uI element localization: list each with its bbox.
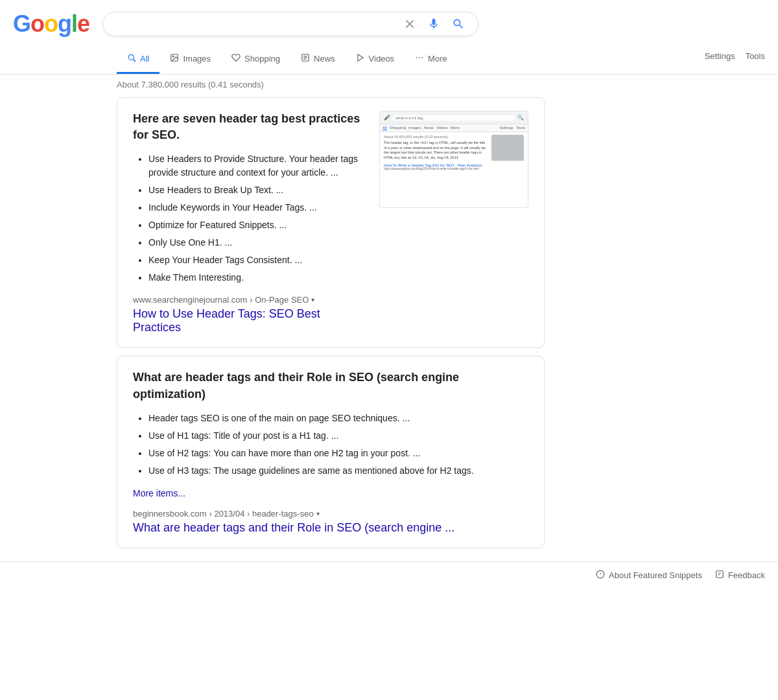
news-icon [301, 53, 310, 64]
svg-point-12 [419, 57, 420, 58]
tab-videos-label: Videos [369, 54, 395, 64]
bullet-item: Use of H3 tags: The usage guidelines are… [148, 464, 528, 478]
first-result-link[interactable]: How to Use Header Tags: SEO Best Practic… [133, 307, 320, 334]
tab-shopping-label: Shopping [244, 54, 280, 64]
tools-link[interactable]: Tools [746, 51, 765, 61]
first-result-left: Here are seven header tag best practices… [133, 111, 366, 334]
svg-point-5 [173, 56, 174, 57]
tab-all[interactable]: All [117, 45, 159, 74]
bullet-item: Make Them Interesting. [148, 271, 366, 285]
second-card-title: What are header tags and their Role in S… [133, 369, 528, 402]
second-result-link[interactable]: What are header tags and their Role in S… [133, 521, 454, 534]
tab-videos[interactable]: Videos [346, 45, 405, 74]
about-featured-icon [596, 570, 605, 581]
first-result-card: Here are seven header tag best practices… [117, 97, 545, 348]
footer: About Featured Snippets Feedback [0, 561, 778, 589]
bullet-item: Optimize for Featured Snippets. ... [148, 218, 366, 232]
bullet-item: Keep Your Header Tags Consistent. ... [148, 253, 366, 267]
nav-settings: Settings Tools [705, 51, 778, 69]
first-result-inner: Here are seven header tag best practices… [133, 111, 528, 334]
shopping-icon [231, 53, 241, 64]
google-logo[interactable]: Google [13, 10, 89, 38]
tab-images[interactable]: Images [159, 45, 221, 74]
tab-more-label: More [428, 54, 447, 64]
first-result-preview: 🎤 what is a h1 tag 🔍 All Shopping Images… [379, 111, 528, 208]
bullet-item: Use of H2 tags: You can have more than o… [148, 447, 528, 460]
second-result-source: beginnersbook.com › 2013/04 › header-tag… [133, 509, 528, 519]
svg-point-11 [416, 57, 418, 58]
bullet-item: Include Keywords in Your Header Tags. ..… [148, 201, 366, 215]
all-icon [127, 53, 136, 64]
feedback-icon [715, 570, 724, 581]
bullet-item: Only Use One H1. ... [148, 236, 366, 250]
first-bullet-list: Use Headers to Provide Structure. Your h… [133, 152, 366, 285]
preview-text: About 54,900,000 results (0.53 seconds) … [384, 135, 488, 205]
svg-point-13 [421, 57, 423, 58]
microphone-button[interactable] [425, 18, 443, 30]
preview-content: About 54,900,000 results (0.53 seconds) … [380, 132, 528, 207]
svg-marker-10 [357, 54, 362, 62]
first-result-source: www.searchenginejournal.com › On-Page SE… [133, 295, 366, 305]
bullet-item: Header tags SEO is one of the main on pa… [148, 412, 528, 425]
main-content: Here are seven header tag best practices… [0, 97, 558, 548]
more-icon [415, 53, 424, 64]
preview-nav: All Shopping Images News Videos More Set… [380, 124, 528, 132]
second-result-card: What are header tags and their Role in S… [117, 356, 545, 548]
bullet-item: Use of H1 tags: Title of your post is a … [148, 429, 528, 443]
results-info: About 7,380,000 results (0.41 seconds) [0, 75, 778, 97]
settings-link[interactable]: Settings [705, 51, 735, 61]
feedback-button[interactable]: Feedback [715, 570, 765, 581]
svg-line-3 [134, 60, 136, 62]
preview-address-bar: 🎤 what is a h1 tag 🔍 [380, 111, 528, 124]
images-icon [170, 53, 179, 64]
bullet-item: Use Headers to Provide Structure. Your h… [148, 152, 366, 180]
videos-icon [356, 53, 365, 64]
tab-images-label: Images [183, 54, 211, 64]
search-input[interactable]: header tag optimization [113, 18, 395, 30]
preview-browser: 🎤 what is a h1 tag 🔍 All Shopping Images… [380, 111, 528, 207]
tab-shopping[interactable]: Shopping [221, 45, 290, 74]
search-bar: header tag optimization [102, 12, 478, 36]
source-dropdown-arrow[interactable]: ▾ [311, 296, 314, 303]
tab-more[interactable]: More [405, 45, 458, 74]
bullet-item: Use Headers to Break Up Text. ... [148, 183, 366, 197]
source-dropdown-arrow-2[interactable]: ▾ [316, 510, 320, 517]
search-button[interactable] [449, 18, 467, 30]
second-bullet-list: Header tags SEO is one of the main on pa… [133, 412, 528, 478]
nav-tabs: All Images Shopping News Videos More Set… [0, 43, 778, 75]
first-card-title: Here are seven header tag best practices… [133, 111, 366, 143]
more-items-link[interactable]: More items... [133, 488, 528, 498]
preview-image [491, 135, 524, 161]
tab-news[interactable]: News [290, 45, 346, 74]
about-featured-snippets[interactable]: About Featured Snippets [596, 570, 702, 581]
tab-all-label: All [140, 54, 149, 64]
clear-button[interactable] [401, 18, 418, 30]
header: Google header tag optimization [0, 0, 778, 38]
tab-news-label: News [314, 54, 335, 64]
